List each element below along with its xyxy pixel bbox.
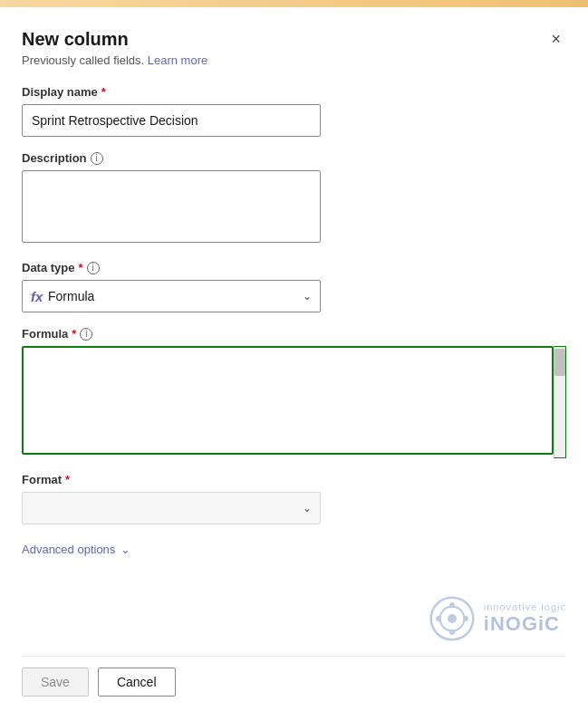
display-name-input[interactable] <box>22 104 321 137</box>
svg-point-5 <box>436 616 441 621</box>
cancel-button[interactable]: Cancel <box>98 668 176 697</box>
format-label: Format * <box>22 473 566 486</box>
dialog-subtitle: Previously called fields. Learn more <box>22 53 566 67</box>
formula-label: Formula * i <box>22 327 566 341</box>
format-group: Format * ⌄ <box>22 473 566 524</box>
formula-group: Formula * i <box>22 327 566 458</box>
watermark: innovative logic iNOGiC <box>22 587 566 656</box>
display-name-required: * <box>101 85 106 99</box>
new-column-dialog: New column × Previously called fields. L… <box>0 7 588 711</box>
formula-input[interactable] <box>22 346 554 455</box>
data-type-label: Data type * i <box>22 261 566 274</box>
dialog-title: New column <box>22 29 129 50</box>
format-select-wrapper: ⌄ <box>22 492 321 524</box>
svg-point-6 <box>463 616 468 621</box>
formula-info-icon: i <box>80 328 92 341</box>
description-group: Description i <box>22 151 566 246</box>
dialog-header: New column × <box>22 29 566 50</box>
description-info-icon: i <box>91 152 103 165</box>
data-type-select-wrapper: fx Formula ⌄ <box>22 280 321 312</box>
data-type-select[interactable]: Formula <box>22 280 321 312</box>
data-type-info-icon: i <box>87 262 100 274</box>
data-type-group: Data type * i fx Formula ⌄ <box>22 261 566 312</box>
description-input[interactable] <box>22 170 321 243</box>
watermark-big-text: iNOGiC <box>484 612 560 636</box>
dialog-footer: Save Cancel <box>22 656 566 711</box>
formula-scrollbar[interactable] <box>554 346 566 458</box>
svg-point-4 <box>449 629 455 635</box>
description-label: Description i <box>22 151 566 165</box>
svg-point-2 <box>448 614 457 623</box>
formula-required: * <box>72 327 76 341</box>
learn-more-link[interactable]: Learn more <box>148 53 207 67</box>
svg-point-3 <box>449 602 455 608</box>
display-name-label: Display name * <box>22 85 566 99</box>
subtitle-text: Previously called fields. <box>22 53 144 67</box>
format-required: * <box>65 473 70 486</box>
top-bar <box>0 0 588 7</box>
display-name-group: Display name * <box>22 85 566 137</box>
footer-area: innovative logic iNOGiC Save Cancel <box>22 574 566 711</box>
formula-scrollbar-thumb <box>554 349 565 376</box>
advanced-options-label: Advanced options <box>22 543 115 556</box>
watermark-small-text: innovative logic <box>484 601 566 612</box>
watermark-text: innovative logic iNOGiC <box>484 601 566 636</box>
inogic-logo <box>429 596 475 641</box>
data-type-required: * <box>79 261 83 274</box>
advanced-options-chevron-icon: ⌄ <box>120 543 130 556</box>
formula-area-wrapper <box>22 346 566 458</box>
format-select[interactable] <box>22 492 321 524</box>
save-button[interactable]: Save <box>22 668 89 697</box>
advanced-options-button[interactable]: Advanced options ⌄ <box>22 543 566 556</box>
close-button[interactable]: × <box>545 29 566 49</box>
